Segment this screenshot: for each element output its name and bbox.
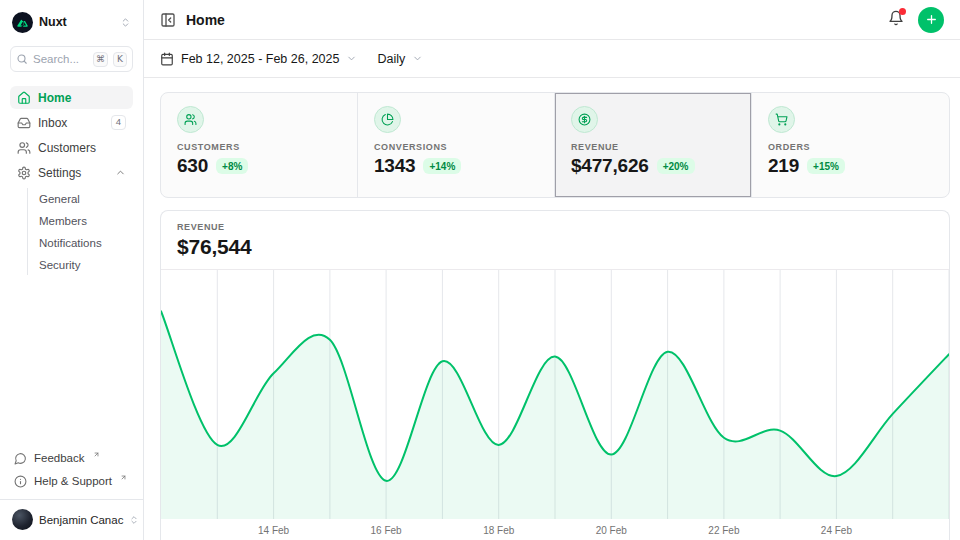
gear-icon <box>17 166 31 180</box>
message-bubble-icon <box>14 452 27 465</box>
stat-value: 219 <box>768 155 799 177</box>
chevron-up-icon <box>115 167 126 178</box>
house-icon <box>17 91 31 105</box>
stat-card-revenue[interactable]: REVENUE $477,626 +20% <box>555 93 752 197</box>
notifications-button[interactable] <box>888 10 904 30</box>
stat-label: ORDERS <box>768 142 933 152</box>
stat-delta-badge: +8% <box>216 158 248 174</box>
settings-subnav: General Members Notifications Security <box>27 188 133 275</box>
stat-delta-badge: +15% <box>807 158 845 174</box>
calendar-icon <box>160 52 174 66</box>
page-title: Home <box>186 12 225 28</box>
sidebar-item-label: Inbox <box>38 116 104 130</box>
divider <box>0 499 143 500</box>
notification-dot <box>899 8 906 15</box>
team-name: Nuxt <box>39 15 67 29</box>
stat-label: CONVERSIONS <box>374 142 538 152</box>
sidebar-item-label: Customers <box>38 141 126 155</box>
sidebar-item-security[interactable]: Security <box>39 254 133 275</box>
panel-left-close-icon[interactable] <box>160 12 176 28</box>
stat-card-orders[interactable]: ORDERS 219 +15% <box>752 93 949 197</box>
svg-text:24 Feb: 24 Feb <box>821 525 853 536</box>
app-window: Nuxt Search... ⌘ K Home <box>0 0 960 540</box>
chart-metric-value: $76,544 <box>177 235 933 259</box>
avatar <box>12 509 33 530</box>
sidebar-item-label: Settings <box>38 166 108 180</box>
chart-metric-label: REVENUE <box>177 222 933 232</box>
main-area: Home Feb 12, 2025 - Feb 26, 2025 <box>144 0 960 540</box>
pie-chart-icon <box>374 106 401 133</box>
chevron-down-icon <box>346 53 357 64</box>
stats-row: CUSTOMERS 630 +8% CONVERSIONS 1343 +14% <box>160 92 950 198</box>
feedback-link[interactable]: Feedback <box>10 447 133 469</box>
filter-toolbar: Feb 12, 2025 - Feb 26, 2025 Daily <box>144 40 960 78</box>
sidebar-nav: Home Inbox 4 Customers Settings <box>10 86 133 275</box>
search-icon <box>16 53 28 65</box>
chevrons-up-down-icon <box>120 17 131 28</box>
stat-card-customers[interactable]: CUSTOMERS 630 +8% <box>161 93 358 197</box>
sidebar-item-inbox[interactable]: Inbox 4 <box>10 111 133 134</box>
revenue-chart-card: REVENUE $76,544 14 Feb16 Feb18 Feb20 Feb… <box>160 210 950 540</box>
chevrons-up-down-icon <box>129 515 139 525</box>
svg-text:16 Feb: 16 Feb <box>371 525 403 536</box>
stat-label: CUSTOMERS <box>177 142 341 152</box>
stat-delta-badge: +20% <box>657 158 695 174</box>
sidebar-item-settings[interactable]: Settings <box>10 161 133 184</box>
granularity-select[interactable]: Daily <box>377 52 423 66</box>
stat-value: 630 <box>177 155 208 177</box>
topbar: Home <box>144 0 960 40</box>
user-menu[interactable]: Benjamin Canac <box>10 501 133 532</box>
arrow-up-right-icon <box>120 474 127 481</box>
user-name: Benjamin Canac <box>39 514 123 526</box>
date-range-label: Feb 12, 2025 - Feb 26, 2025 <box>181 52 339 66</box>
kbd-k: K <box>113 52 127 67</box>
subnav-label: Notifications <box>39 237 102 249</box>
stat-delta-badge: +14% <box>423 158 461 174</box>
chevron-down-icon <box>412 53 423 64</box>
sidebar-item-home[interactable]: Home <box>10 86 133 109</box>
subnav-label: Security <box>39 259 81 271</box>
revenue-area-chart[interactable]: 14 Feb16 Feb18 Feb20 Feb22 Feb24 Feb <box>161 270 949 540</box>
subnav-label: Members <box>39 215 87 227</box>
svg-text:20 Feb: 20 Feb <box>596 525 628 536</box>
info-circle-icon <box>14 475 27 488</box>
search-placeholder: Search... <box>33 53 88 65</box>
granularity-label: Daily <box>377 52 405 66</box>
chart-header: REVENUE $76,544 <box>161 211 949 270</box>
users-icon <box>17 141 31 155</box>
svg-text:18 Feb: 18 Feb <box>483 525 515 536</box>
stat-label: REVENUE <box>571 142 735 152</box>
nuxt-logo <box>12 12 33 33</box>
subnav-label: General <box>39 193 80 205</box>
footer-link-label: Help & Support <box>34 475 112 487</box>
inbox-count-badge: 4 <box>111 115 126 129</box>
svg-text:22 Feb: 22 Feb <box>708 525 740 536</box>
content: CUSTOMERS 630 +8% CONVERSIONS 1343 +14% <box>144 78 960 540</box>
sidebar-item-notifications[interactable]: Notifications <box>39 232 133 253</box>
stat-value: 1343 <box>374 155 415 177</box>
sidebar-item-members[interactable]: Members <box>39 210 133 231</box>
plus-icon <box>925 13 938 26</box>
arrow-up-right-icon <box>93 451 100 458</box>
sidebar-footer: Feedback Help & Support Benjamin Canac <box>10 447 133 532</box>
footer-link-label: Feedback <box>34 452 85 464</box>
dollar-circle-icon <box>571 106 598 133</box>
stat-card-conversions[interactable]: CONVERSIONS 1343 +14% <box>358 93 555 197</box>
svg-text:14 Feb: 14 Feb <box>258 525 290 536</box>
sidebar-item-label: Home <box>38 91 126 105</box>
team-switcher[interactable]: Nuxt <box>10 10 133 34</box>
sidebar-item-general[interactable]: General <box>39 188 133 209</box>
users-icon <box>177 106 204 133</box>
add-button[interactable] <box>918 7 944 33</box>
sidebar: Nuxt Search... ⌘ K Home <box>0 0 144 540</box>
shopping-cart-icon <box>768 106 795 133</box>
search-input[interactable]: Search... ⌘ K <box>10 46 133 72</box>
help-support-link[interactable]: Help & Support <box>10 470 133 492</box>
date-range-picker[interactable]: Feb 12, 2025 - Feb 26, 2025 <box>160 52 357 66</box>
kbd-meta: ⌘ <box>93 52 108 67</box>
inbox-icon <box>17 116 31 130</box>
sidebar-item-customers[interactable]: Customers <box>10 136 133 159</box>
stat-value: $477,626 <box>571 155 649 177</box>
